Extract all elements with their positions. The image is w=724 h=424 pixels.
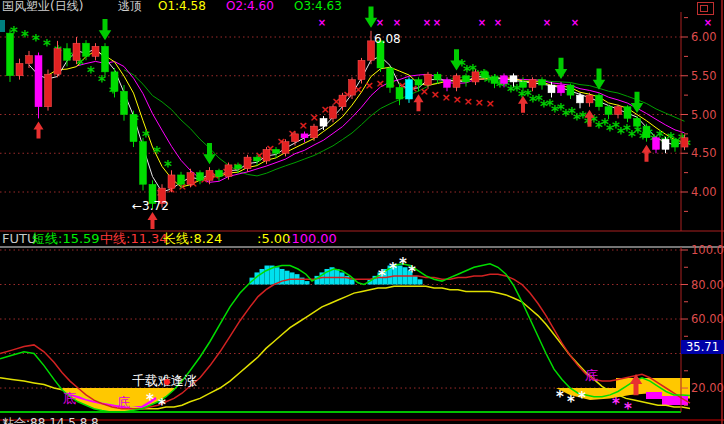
svg-text:*: *: [43, 37, 51, 55]
svg-text:*: *: [617, 125, 625, 143]
svg-text:×: ×: [419, 85, 428, 98]
stock-title: 国风塑业(日线): [2, 0, 83, 13]
svg-text:*: *: [551, 103, 559, 121]
svg-text:*: *: [153, 144, 161, 162]
svg-text:*: *: [408, 263, 416, 281]
futu-ref100-value: :100.00: [287, 232, 337, 246]
clipped-left-candle: [0, 20, 5, 32]
svg-text:*: *: [146, 391, 154, 409]
svg-text:*: *: [612, 395, 620, 413]
bottom-label-1: 底: [63, 392, 76, 406]
stock-chart-window: ***************×××××××××××××××××××××××××…: [0, 0, 724, 424]
svg-text:×: ×: [375, 77, 384, 90]
svg-text:×: ×: [298, 119, 307, 132]
svg-text:×: ×: [433, 17, 441, 28]
futu-mid-value: 中线:11.34: [100, 232, 168, 246]
price-axis-label: 100.0: [691, 244, 724, 256]
price-axis-label: 80.00: [691, 279, 724, 291]
price-axis-label: 4.00: [691, 186, 724, 198]
svg-text:*: *: [399, 255, 407, 273]
current-value-badge: 35.71: [681, 340, 724, 354]
svg-text:×: ×: [704, 17, 712, 28]
svg-text:*: *: [164, 158, 172, 176]
svg-text:×: ×: [494, 17, 502, 28]
open2-value: O2:4.60: [226, 0, 274, 13]
svg-text:*: *: [624, 400, 632, 418]
bottom-label-3: 底: [585, 369, 598, 383]
dip-price-label: ←3.72: [132, 200, 169, 213]
svg-text:×: ×: [393, 17, 401, 28]
svg-text:×: ×: [430, 88, 439, 101]
bottom-label-2: 底: [117, 396, 130, 410]
chart-canvas[interactable]: ***************×××××××××××××××××××××××××…: [0, 0, 724, 424]
open3-value: O3:4.63: [294, 0, 342, 13]
svg-text:×: ×: [571, 17, 579, 28]
svg-text:×: ×: [423, 17, 431, 28]
futu-long-value: 长线:8.24: [163, 232, 222, 246]
svg-text:*: *: [562, 107, 570, 125]
peak-price-label: 6.08: [374, 33, 401, 46]
svg-text:*: *: [378, 267, 386, 285]
price-axis-label: 60.00: [691, 313, 724, 325]
svg-text:*: *: [578, 389, 586, 407]
svg-text:*: *: [389, 260, 397, 278]
restore-window-icon-inner: [700, 5, 708, 12]
svg-text:×: ×: [441, 91, 450, 104]
svg-text:*: *: [606, 122, 614, 140]
svg-text:*: *: [567, 393, 575, 411]
svg-text:×: ×: [318, 17, 326, 28]
signal-dot: [164, 379, 170, 385]
svg-text:*: *: [529, 93, 537, 111]
price-axis-label: 5.50: [691, 70, 724, 82]
price-axis-label: 4.50: [691, 147, 724, 159]
price-axis-label: 6.00: [691, 31, 724, 43]
svg-text:×: ×: [485, 97, 494, 110]
futu-ref5-value: :5.00: [257, 232, 290, 246]
svg-text:×: ×: [543, 17, 551, 28]
svg-text:*: *: [21, 28, 29, 46]
svg-text:×: ×: [452, 93, 461, 106]
svg-text:×: ×: [474, 96, 483, 109]
svg-text:*: *: [556, 388, 564, 406]
svg-text:*: *: [540, 98, 548, 116]
svg-text:×: ×: [463, 95, 472, 108]
svg-text:×: ×: [309, 111, 318, 124]
price-axis-label: 5.00: [691, 109, 724, 121]
svg-text:×: ×: [478, 17, 486, 28]
svg-text:*: *: [573, 111, 581, 129]
restore-window-icon[interactable]: [697, 2, 714, 15]
svg-text:×: ×: [376, 17, 384, 28]
svg-text:*: *: [87, 64, 95, 82]
futu-short-value: 短线:15.59: [32, 232, 100, 246]
price-axis-label: 20.00: [691, 382, 724, 394]
svg-text:*: *: [595, 119, 603, 137]
signal-label: 逃顶: [118, 0, 142, 13]
svg-text:*: *: [32, 32, 40, 50]
clipped-next-panel-header: 粘合:88 14 5 8 8: [2, 417, 99, 424]
svg-text:×: ×: [364, 79, 373, 92]
open1-value: O1:4.58: [158, 0, 206, 13]
svg-text:×: ×: [320, 103, 329, 116]
svg-text:*: *: [628, 128, 636, 146]
